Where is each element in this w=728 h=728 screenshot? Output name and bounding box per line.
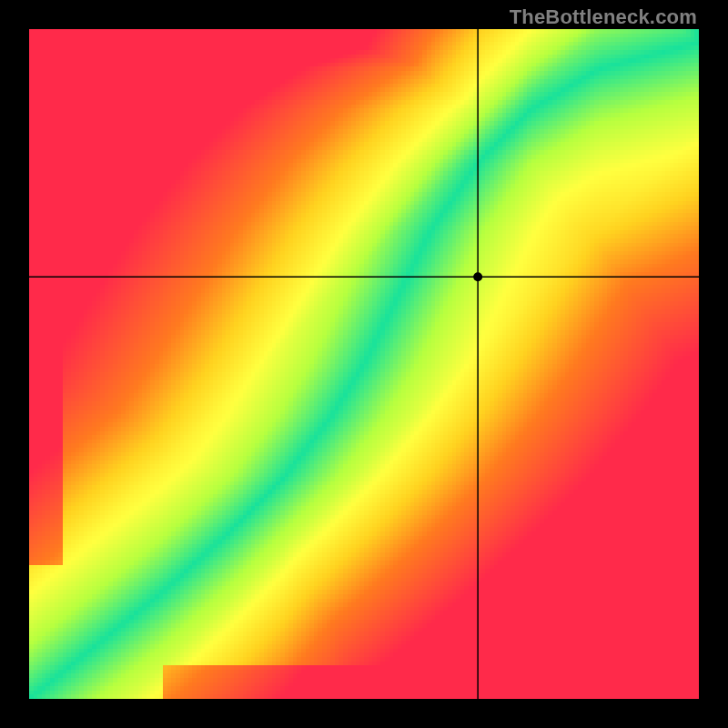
watermark-text: TheBottleneck.com [510,5,697,29]
heatmap-plot [29,29,699,699]
heatmap-canvas [29,29,699,699]
chart-frame: TheBottleneck.com [0,0,728,728]
